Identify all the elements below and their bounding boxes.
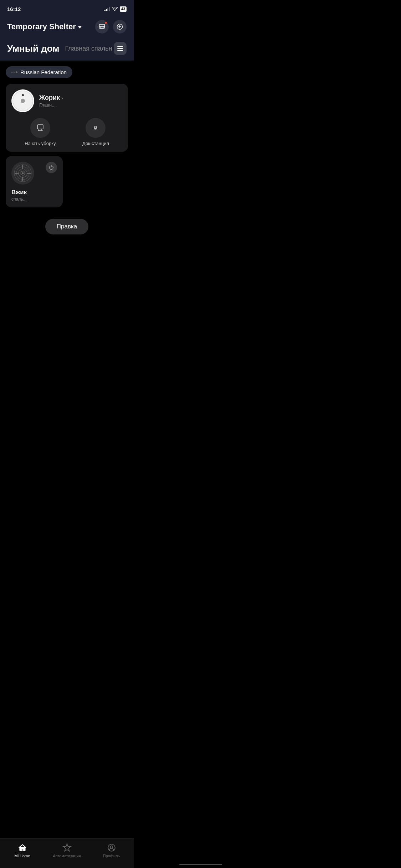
room-selector[interactable]: Главная спальн bbox=[65, 42, 127, 55]
wifi-icon bbox=[112, 7, 118, 11]
header-actions bbox=[95, 20, 127, 33]
battery-indicator: 43 bbox=[120, 6, 127, 12]
app-title: Temporary Shelter bbox=[7, 22, 76, 31]
chevron-right-icon: › bbox=[61, 95, 63, 101]
menu-button[interactable] bbox=[114, 42, 127, 55]
start-cleaning-button[interactable]: Начать уборку bbox=[25, 118, 56, 146]
room-name: Главная спальн bbox=[65, 45, 114, 52]
messages-button[interactable] bbox=[95, 20, 109, 33]
vacuum-device-card: Жорик › Главн... Начать уборку bbox=[6, 84, 128, 152]
status-time: 16:12 bbox=[7, 6, 21, 12]
fan-power-button[interactable] bbox=[46, 162, 57, 173]
vacuum-info: Жорик › Главн... bbox=[39, 94, 122, 108]
location-dots-icon bbox=[11, 71, 17, 73]
edit-btn-container: Правка bbox=[6, 212, 128, 243]
fan-card-top bbox=[11, 162, 57, 185]
action-buttons: Начать уборку Док-станция bbox=[11, 118, 122, 146]
vacuum-name: Жорик › bbox=[39, 94, 122, 102]
smart-home-header: Умный дом Главная спальн bbox=[0, 39, 134, 61]
status-icons: 43 bbox=[104, 6, 127, 12]
dock-station-button[interactable]: Док-станция bbox=[82, 118, 109, 146]
start-cleaning-label: Начать уборку bbox=[25, 141, 56, 146]
dock-station-label: Док-станция bbox=[82, 141, 109, 146]
chevron-down-icon[interactable] bbox=[78, 26, 82, 29]
notification-dot bbox=[104, 21, 107, 24]
menu-line-1 bbox=[117, 46, 123, 47]
header-title-area[interactable]: Temporary Shelter bbox=[7, 22, 82, 31]
location-tag[interactable]: Russian Federation bbox=[6, 66, 72, 78]
location-text: Russian Federation bbox=[20, 69, 67, 75]
add-button[interactable] bbox=[113, 20, 127, 33]
vacuum-card-header[interactable]: Жорик › Главн... bbox=[11, 89, 122, 112]
menu-line-3 bbox=[117, 50, 123, 51]
vacuum-avatar bbox=[11, 89, 34, 112]
fan-icon bbox=[14, 164, 32, 182]
menu-line-2 bbox=[117, 48, 123, 49]
svg-rect-5 bbox=[37, 125, 43, 129]
vacuum-room: Главн... bbox=[39, 102, 122, 108]
edit-button[interactable]: Правка bbox=[45, 219, 88, 234]
main-content: Russian Federation Жорик › Главн... bbox=[0, 61, 134, 279]
smart-home-title: Умный дом bbox=[7, 43, 60, 54]
header: Temporary Shelter bbox=[0, 16, 134, 39]
signal-icon bbox=[104, 7, 110, 11]
fan-device-card: Вжик спаль... bbox=[6, 156, 63, 207]
fan-room: спаль... bbox=[11, 197, 57, 202]
status-bar: 16:12 43 bbox=[0, 0, 134, 16]
fan-name: Вжик bbox=[11, 189, 57, 196]
fan-avatar bbox=[11, 162, 34, 185]
battery-level: 43 bbox=[121, 7, 125, 11]
